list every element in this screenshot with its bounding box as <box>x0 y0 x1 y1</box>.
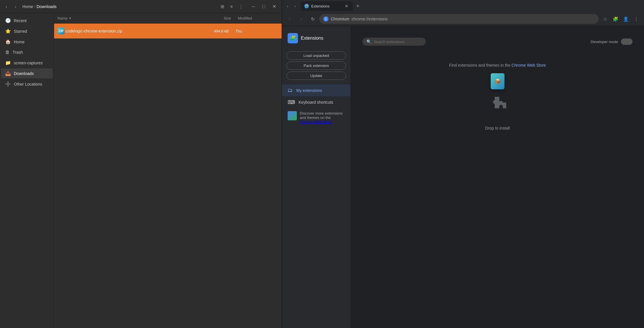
profile-button[interactable]: 👤 <box>621 14 631 24</box>
browser-back-button[interactable]: ‹ <box>285 14 295 24</box>
breadcrumb-separator: / <box>34 4 35 9</box>
tab-bar: ‹ › 🧩 Extensions ✕ + <box>282 0 644 12</box>
fm-content: Name ▼ Size Modified ZIP codelogic-chrom… <box>54 13 282 328</box>
zip-file-icon: ZIP <box>58 28 64 34</box>
chrome-web-store-link[interactable]: Chrome Web Store <box>300 120 332 124</box>
active-tab[interactable]: 🧩 Extensions ✕ <box>301 1 353 11</box>
search-extensions[interactable]: 🔍 <box>362 38 426 46</box>
sidebar-label-starred: Starred <box>14 29 27 34</box>
ext-sidebar: 🧩 Extensions Load unpacked Pack extensio… <box>282 26 351 328</box>
update-button[interactable]: Update <box>286 72 346 80</box>
downloads-icon: 📥 <box>5 71 11 76</box>
sidebar-label-recent: Recent <box>14 18 26 23</box>
back-button[interactable]: ‹ <box>2 3 10 11</box>
address-domain: Chromium <box>331 17 349 21</box>
search-input[interactable] <box>374 40 422 44</box>
browser-actions: ☆ 🧩 👤 ⋮ <box>600 14 641 24</box>
screen-captures-icon: 📁 <box>5 60 11 65</box>
keyboard-shortcuts-icon: ⌨ <box>288 99 295 105</box>
ext-logo: 🧩 Extensions <box>282 31 351 49</box>
ext-header: 🔍 Developer mode <box>362 38 632 46</box>
col-name-header[interactable]: Name ▼ <box>58 16 203 20</box>
tab-close-button[interactable]: ✕ <box>344 3 349 9</box>
sidebar-label-trash: Trash <box>13 50 23 55</box>
ext-discover[interactable]: Discover more extensions and themes on t… <box>282 108 351 127</box>
breadcrumb-home[interactable]: Home <box>22 4 33 9</box>
breadcrumb: Home / Downloads <box>22 4 57 9</box>
file-manager: ‹ › Home / Downloads ⊞ ≡ ⋮ ─ □ ✕ 🕐 Recen… <box>0 0 282 328</box>
file-name: codelogic-chrome-extension.zip <box>66 29 201 33</box>
column-header: Name ▼ Size Modified <box>54 13 282 24</box>
fm-titlebar: ‹ › Home / Downloads ⊞ ≡ ⋮ ─ □ ✕ <box>0 0 282 13</box>
extensions-logo-title: Extensions <box>301 36 323 41</box>
tab-forward-button[interactable]: › <box>292 3 299 9</box>
extensions-logo-icon: 🧩 <box>288 33 298 43</box>
dev-mode-label: Developer mode <box>591 40 618 44</box>
sidebar-item-other-locations[interactable]: ➕ Other Locations <box>1 79 53 89</box>
more-button[interactable]: ⋮ <box>631 14 641 24</box>
cws-link[interactable]: Chrome Web Store <box>511 63 546 67</box>
sidebar-item-starred[interactable]: ⭐ Starred <box>1 26 53 36</box>
file-size: 494.6 kB <box>201 29 236 33</box>
search-icon: 🔍 <box>366 39 371 44</box>
trash-icon: 🗑 <box>5 50 10 55</box>
ext-action-buttons: Load unpacked Pack extension Update <box>282 49 351 82</box>
menu-button[interactable]: ⋮ <box>237 3 245 11</box>
tab-favicon: 🧩 <box>304 4 309 8</box>
tab-title: Extensions <box>311 4 342 8</box>
view-toggle-grid[interactable]: ⊞ <box>218 3 226 11</box>
empty-text: Find extensions and themes in the Chrome… <box>449 63 546 67</box>
address-bar[interactable]: C Chromium chrome://extensions <box>319 14 599 24</box>
browser: ‹ › 🧩 Extensions ✕ + ‹ › ↻ C Chromium ch… <box>282 0 644 328</box>
ext-nav-my-extensions[interactable]: 🗂 My extensions <box>282 84 351 96</box>
window-controls: ─ □ ✕ <box>248 1 279 12</box>
sidebar-item-trash[interactable]: 🗑 Trash <box>1 47 53 57</box>
reload-button[interactable]: ↻ <box>308 14 318 24</box>
close-button[interactable]: ✕ <box>269 1 279 12</box>
drop-label: Drop to install <box>485 126 510 130</box>
pack-extension-button[interactable]: Pack extension <box>286 61 346 70</box>
fm-sidebar: 🕐 Recent ⭐ Starred 🏠 Home 🗑 Trash 📁 scre… <box>0 13 54 328</box>
puzzle-drop-icon <box>486 94 509 121</box>
fm-actions: ⊞ ≡ ⋮ <box>218 3 245 11</box>
new-tab-button[interactable]: + <box>354 2 362 10</box>
sidebar-item-downloads[interactable]: 📥 Downloads <box>1 68 53 78</box>
forward-button[interactable]: › <box>12 3 20 11</box>
discover-thumbnail <box>288 111 297 120</box>
extension-button[interactable]: 🧩 <box>611 14 620 24</box>
starred-icon: ⭐ <box>5 28 11 34</box>
zip-icon-floating: 📦 <box>491 73 505 89</box>
keyboard-shortcuts-label: Keyboard shortcuts <box>299 100 333 105</box>
recent-icon: 🕐 <box>5 18 11 23</box>
sidebar-item-home[interactable]: 🏠 Home <box>1 37 53 47</box>
table-row[interactable]: ZIP codelogic-chrome-extension.zip 494.6… <box>54 24 282 38</box>
star-button[interactable]: ☆ <box>270 29 278 33</box>
my-extensions-icon: 🗂 <box>288 87 293 93</box>
sidebar-label-downloads: Downloads <box>14 71 34 76</box>
sidebar-item-screen-captures[interactable]: 📁 screen-captures <box>1 58 53 68</box>
tab-back-button[interactable]: ‹ <box>284 3 291 9</box>
load-unpacked-button[interactable]: Load unpacked <box>286 51 346 60</box>
dev-mode-area: Developer mode <box>591 38 632 45</box>
discover-text: Discover more extensions and themes on t… <box>300 111 345 124</box>
ext-main: 🔍 Developer mode Find extensions and the… <box>351 26 644 328</box>
browser-chrome: ‹ › 🧩 Extensions ✕ + ‹ › ↻ C Chromium ch… <box>282 0 644 26</box>
col-modified-header: Modified <box>238 16 278 20</box>
ext-header-left: 🔍 <box>362 38 426 46</box>
maximize-button[interactable]: □ <box>259 1 269 12</box>
dev-mode-toggle[interactable] <box>621 38 632 45</box>
fm-body: 🕐 Recent ⭐ Starred 🏠 Home 🗑 Trash 📁 scre… <box>0 13 282 328</box>
browser-forward-button[interactable]: › <box>296 14 306 24</box>
sidebar-label-other-locations: Other Locations <box>14 82 42 86</box>
my-extensions-label: My extensions <box>296 88 322 93</box>
ext-nav-keyboard-shortcuts[interactable]: ⌨ Keyboard shortcuts <box>282 96 351 108</box>
view-toggle-list[interactable]: ≡ <box>228 3 236 11</box>
minimize-button[interactable]: ─ <box>248 1 259 12</box>
sidebar-item-recent[interactable]: 🕐 Recent <box>1 16 53 26</box>
breadcrumb-current: Downloads <box>37 4 56 9</box>
bookmark-button[interactable]: ☆ <box>600 14 610 24</box>
col-size-header: Size <box>203 16 238 20</box>
tab-controls: ‹ › <box>284 3 299 9</box>
drop-area: 📦 Drop to install <box>362 73 632 130</box>
site-icon: C <box>323 16 328 22</box>
